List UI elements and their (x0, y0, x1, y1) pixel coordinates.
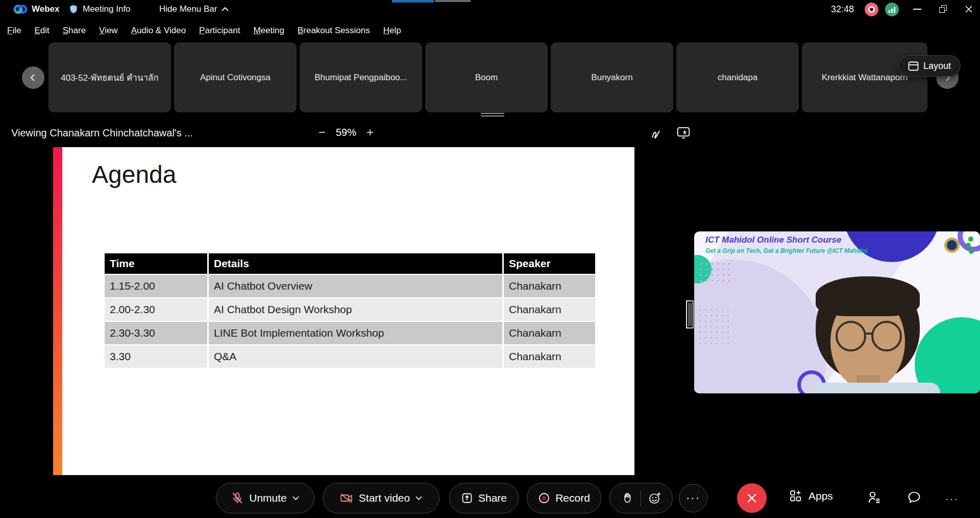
title-bar: Webex Meeting Info Hide Menu Bar 32:48 (0, 0, 980, 18)
menu-help[interactable]: Help (383, 26, 401, 36)
window-edge-blue (392, 0, 434, 3)
viewing-status-text: Viewing Chanakarn Chinchatchawal's ... (11, 127, 193, 139)
table-cell: 2.00-2.30 (105, 298, 207, 321)
table-header-time: Time (105, 253, 207, 274)
table-cell: AI Chatbot Overview (209, 275, 502, 297)
mic-muted-icon (231, 491, 244, 505)
close-button[interactable] (965, 5, 973, 13)
leave-meeting-button[interactable] (737, 483, 767, 513)
zoom-out-button[interactable]: − (315, 126, 329, 139)
apps-grid-icon (789, 489, 802, 503)
table-cell: Q&A (209, 345, 502, 368)
annotate-icon[interactable] (649, 125, 665, 140)
shared-content-bar: Viewing Chanakarn Chinchatchawal's ... −… (0, 123, 980, 145)
minimize-button[interactable] (913, 9, 921, 10)
overlay-course-subtitle: Get a Grip on Tech, Get a Brighter Futur… (705, 247, 867, 254)
close-x-icon (746, 492, 757, 504)
restore-button[interactable] (939, 5, 947, 13)
menu-edit[interactable]: Edit (34, 26, 49, 36)
share-icon (461, 492, 473, 504)
webex-logo (13, 0, 28, 18)
university-seal-icon (944, 238, 960, 253)
reactions-group (609, 483, 673, 513)
table-cell: LINE Bot Implementation Workshop (209, 322, 502, 344)
person-shirt (811, 383, 940, 393)
participants-panel-button[interactable] (867, 490, 882, 505)
unmute-button[interactable]: Unmute (216, 483, 314, 513)
agenda-table: Time Details Speaker 1.15-2.00 AI Chatbo… (105, 253, 595, 368)
filmstrip-resize-handle[interactable] (481, 113, 504, 117)
table-header-speaker: Speaker (504, 253, 595, 274)
table-header-details: Details (209, 253, 502, 274)
chat-panel-button[interactable] (906, 490, 922, 505)
ribbon-icon (964, 236, 976, 255)
slide-accent-bar (53, 147, 62, 475)
shared-slide: Agenda Time Details Speaker 1.15-2.00 AI… (53, 147, 634, 475)
menu-view[interactable]: View (99, 26, 118, 36)
participant-filmstrip: 403-52-พัทธดนย์ คำนาลัก Apinut Cotivongs… (0, 42, 980, 112)
remote-control-icon[interactable] (676, 125, 691, 140)
chevron-down-icon[interactable] (292, 496, 300, 501)
overlay-course-title: ICT Mahidol Online Short Course (705, 235, 841, 245)
share-button[interactable]: Share (449, 483, 519, 513)
layout-button[interactable]: Layout (898, 55, 961, 77)
participant-tile[interactable]: Bunyakorn (551, 42, 673, 112)
raise-hand-icon[interactable] (621, 491, 633, 505)
video-bg-dots (697, 307, 731, 346)
record-icon (538, 492, 550, 504)
person-hair-top (816, 276, 920, 316)
record-button[interactable]: Record (527, 483, 601, 513)
zoom-level: 59% (336, 127, 356, 138)
more-options-button[interactable]: ··· (679, 484, 707, 512)
menu-share[interactable]: Share (63, 26, 86, 36)
table-cell: Chanakarn (504, 322, 595, 344)
camera-muted-icon (339, 491, 354, 505)
slide-title: Agenda (92, 160, 177, 189)
participant-tile[interactable]: Krerkkiat Wattanaporn (802, 42, 927, 112)
menu-audio-video[interactable]: Audio & Video (131, 26, 186, 36)
video-bg-shape (915, 317, 980, 393)
table-cell: 1.15-2.00 (105, 275, 207, 297)
reactions-emoji-icon[interactable] (648, 491, 662, 505)
app-title: Webex (32, 0, 60, 18)
zoom-in-button[interactable]: + (363, 126, 377, 139)
menu-participant[interactable]: Participant (199, 26, 240, 36)
panel-resize-handle[interactable] (686, 300, 694, 328)
chevron-up-icon (221, 6, 229, 12)
video-bg-dots (698, 261, 730, 285)
connection-quality-icon (885, 3, 899, 16)
chevron-down-icon[interactable] (415, 496, 423, 501)
recording-indicator-icon (865, 3, 878, 16)
participant-tile[interactable]: Boom (425, 42, 548, 112)
participant-tile[interactable]: Apinut Cotivongsa (174, 42, 297, 112)
layout-grid-icon (908, 61, 919, 71)
menu-breakout-sessions[interactable]: Breakout Sessions (298, 26, 370, 36)
menu-bar: File Edit Share View Audio & Video Parti… (0, 18, 980, 42)
table-cell: 2.30-3.30 (105, 322, 207, 344)
meeting-info-button[interactable]: Meeting Info (68, 0, 131, 18)
table-cell: Chanakarn (504, 275, 595, 297)
divider (641, 490, 641, 506)
table-cell: Chanakarn (504, 298, 595, 321)
filmstrip-prev-button[interactable] (22, 66, 44, 89)
table-cell: Chanakarn (504, 345, 595, 368)
menu-meeting[interactable]: Meeting (253, 26, 284, 36)
window-edge-gray (435, 0, 471, 2)
participant-tile[interactable]: Bhumipat Pengpaiboo... (300, 42, 422, 112)
meeting-timer: 32:48 (831, 0, 854, 18)
shield-icon (68, 4, 79, 15)
person-glasses (828, 318, 910, 354)
meeting-control-bar: Unmute Start video Share Record (0, 482, 980, 518)
table-cell: AI Chatbot Design Workshop (209, 298, 502, 321)
hide-menu-bar-button[interactable]: Hide Menu Bar (159, 0, 229, 18)
active-speaker-video[interactable]: ICT Mahidol Online Short Course Get a Gr… (694, 231, 980, 393)
table-cell: 3.30 (105, 345, 207, 368)
start-video-button[interactable]: Start video (323, 483, 439, 513)
apps-button[interactable]: Apps (789, 489, 833, 503)
overflow-menu-button[interactable]: ··· (945, 493, 959, 505)
participant-tile[interactable]: chanidapa (676, 42, 799, 112)
menu-file[interactable]: File (7, 26, 21, 36)
participant-tile[interactable]: 403-52-พัทธดนย์ คำนาลัก (48, 42, 171, 112)
chevron-left-icon (29, 74, 37, 82)
